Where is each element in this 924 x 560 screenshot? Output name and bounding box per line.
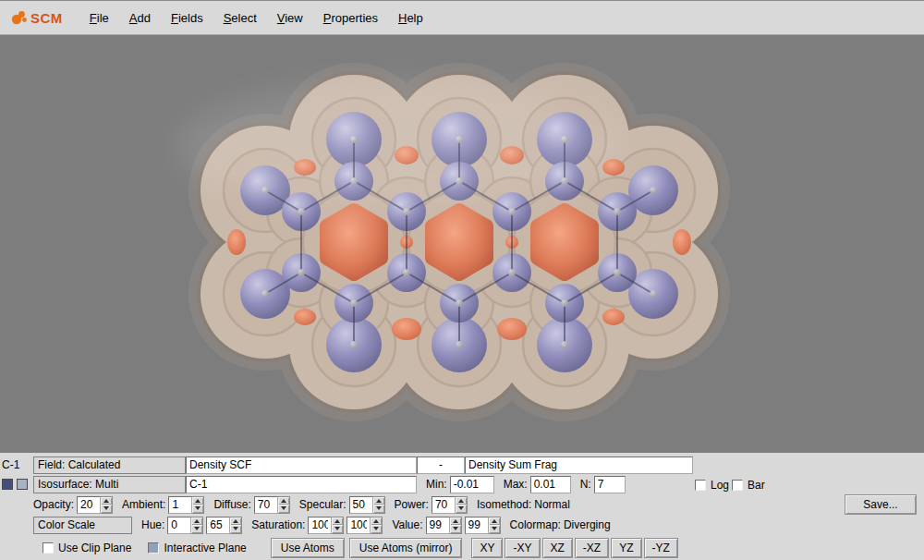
hue-min-spinner[interactable] xyxy=(167,517,203,534)
save-button[interactable]: Save... xyxy=(845,494,917,515)
interactive-plane-label: Interactive Plane xyxy=(164,542,246,554)
spin-up-icon[interactable] xyxy=(332,517,343,526)
spin-down-icon[interactable] xyxy=(332,525,343,533)
opacity-label: Opacity: xyxy=(33,498,74,511)
scm-logo-icon xyxy=(9,8,28,27)
menu-view[interactable]: View xyxy=(274,9,306,27)
spin-up-icon[interactable] xyxy=(101,497,112,505)
spin-up-icon[interactable] xyxy=(373,497,384,505)
spin-up-icon[interactable] xyxy=(191,517,202,526)
spin-down-icon[interactable] xyxy=(489,525,500,533)
bar-checkbox[interactable]: Bar xyxy=(732,479,765,492)
spin-down-icon[interactable] xyxy=(373,505,384,513)
power-spinner[interactable] xyxy=(432,496,468,514)
field-row: C-1 Field: Calculated xyxy=(0,456,924,474)
n-input[interactable] xyxy=(594,476,626,493)
interactive-plane-indicator[interactable] xyxy=(148,542,159,554)
value-max-spinner[interactable] xyxy=(465,517,501,534)
spin-up-icon[interactable] xyxy=(278,497,289,505)
saturation-max-spinner[interactable] xyxy=(346,517,383,534)
log-checkbox[interactable]: Log xyxy=(695,479,729,492)
interactive-plane-checkbox[interactable]: Interactive Plane xyxy=(148,542,246,554)
max-input[interactable] xyxy=(530,476,571,493)
max-label: Max: xyxy=(504,478,528,491)
spin-down-icon[interactable] xyxy=(456,505,467,513)
spin-up-icon[interactable] xyxy=(230,517,241,526)
positive-color-swatch[interactable] xyxy=(17,479,28,490)
diffuse-spinner[interactable] xyxy=(254,496,290,514)
log-checkbox-indicator[interactable] xyxy=(695,480,706,491)
spin-down-icon[interactable] xyxy=(278,505,289,513)
ambient-input[interactable] xyxy=(168,496,192,514)
power-input[interactable] xyxy=(432,496,456,514)
isosurface-type-menubutton[interactable]: Isosurface: Multi xyxy=(33,476,186,493)
plane-yz-button[interactable]: YZ xyxy=(611,538,641,558)
plane-neg-xy-button[interactable]: -XY xyxy=(505,538,540,558)
spin-down-icon[interactable] xyxy=(191,525,202,533)
use-clip-plane-indicator[interactable] xyxy=(43,542,54,554)
diffuse-input[interactable] xyxy=(254,496,278,514)
value-min-input[interactable] xyxy=(426,517,450,534)
isomethod-menubutton[interactable]: Normal xyxy=(534,498,570,511)
bar-checkbox-indicator[interactable] xyxy=(732,480,743,491)
plane-neg-yz-button[interactable]: -YZ xyxy=(644,538,678,558)
log-label: Log xyxy=(711,479,729,492)
clip-plane-row: Use Clip Plane Interactive Plane Use Ato… xyxy=(0,537,924,559)
spin-down-icon[interactable] xyxy=(230,525,241,533)
scm-logo: SCM xyxy=(9,8,63,27)
saturation-max-input[interactable] xyxy=(346,517,371,534)
opacity-input[interactable] xyxy=(77,496,101,514)
plane-neg-xz-button[interactable]: -XZ xyxy=(575,538,609,558)
use-clip-plane-checkbox[interactable]: Use Clip Plane xyxy=(43,542,131,554)
color-scale-menubutton[interactable]: Color Scale xyxy=(33,517,132,534)
specular-input[interactable] xyxy=(349,496,373,514)
spin-up-icon[interactable] xyxy=(489,517,500,526)
ambient-spinner[interactable] xyxy=(168,496,204,514)
menu-help[interactable]: Help xyxy=(395,9,426,27)
power-label: Power: xyxy=(395,498,429,511)
field-source-menubutton[interactable]: Field: Calculated xyxy=(33,457,186,474)
use-atoms-mirror-button[interactable]: Use Atoms (mirror) xyxy=(349,538,463,558)
use-atoms-button[interactable]: Use Atoms xyxy=(271,538,345,558)
spin-down-icon[interactable] xyxy=(192,505,203,513)
spin-down-icon[interactable] xyxy=(450,525,461,533)
spin-down-icon[interactable] xyxy=(101,505,112,513)
field-1-input[interactable] xyxy=(186,457,417,474)
menubar: SCM File Add Fields Select View Properti… xyxy=(0,1,924,35)
menu-select[interactable]: Select xyxy=(221,9,260,27)
value-min-spinner[interactable] xyxy=(426,517,462,534)
spin-up-icon[interactable] xyxy=(192,497,203,505)
plane-xz-button[interactable]: XZ xyxy=(542,538,573,558)
saturation-min-input[interactable] xyxy=(308,517,332,534)
spin-up-icon[interactable] xyxy=(450,517,461,526)
menu-file[interactable]: File xyxy=(87,9,112,27)
hue-max-input[interactable] xyxy=(206,517,230,534)
colormap-menubutton[interactable]: Diverging xyxy=(564,518,611,531)
spin-down-icon[interactable] xyxy=(371,525,382,533)
menu-add[interactable]: Add xyxy=(127,9,153,27)
saturation-min-spinner[interactable] xyxy=(308,517,344,534)
menu-properties[interactable]: Properties xyxy=(321,9,381,27)
specular-highlight xyxy=(176,81,619,211)
spin-up-icon[interactable] xyxy=(456,497,467,505)
specular-label: Specular: xyxy=(299,498,346,511)
value-max-input[interactable] xyxy=(465,517,489,534)
isosurface-name-input[interactable] xyxy=(186,476,417,493)
viewport-3d[interactable] xyxy=(0,35,924,453)
scm-view-window: SCM File Add Fields Select View Properti… xyxy=(0,0,924,560)
hue-max-spinner[interactable] xyxy=(206,517,242,534)
plane-xy-button[interactable]: XY xyxy=(471,538,503,558)
hue-min-input[interactable] xyxy=(167,517,191,534)
min-input[interactable] xyxy=(450,476,494,493)
specular-spinner[interactable] xyxy=(349,496,385,514)
field-operator-input[interactable] xyxy=(417,457,465,474)
use-clip-plane-label: Use Clip Plane xyxy=(58,542,131,554)
spin-up-icon[interactable] xyxy=(371,517,382,526)
menu-fields[interactable]: Fields xyxy=(168,9,206,27)
field-2-input[interactable] xyxy=(465,457,693,474)
isosurface-control-panel: C-1 Field: Calculated Isosurface: Multi … xyxy=(0,453,924,560)
isosurface-row: Isosurface: Multi Min: Max: N: Log Bar xyxy=(0,475,924,493)
scm-logo-text: SCM xyxy=(30,10,63,26)
negative-color-swatch[interactable] xyxy=(2,479,13,490)
opacity-spinner[interactable] xyxy=(77,496,113,514)
